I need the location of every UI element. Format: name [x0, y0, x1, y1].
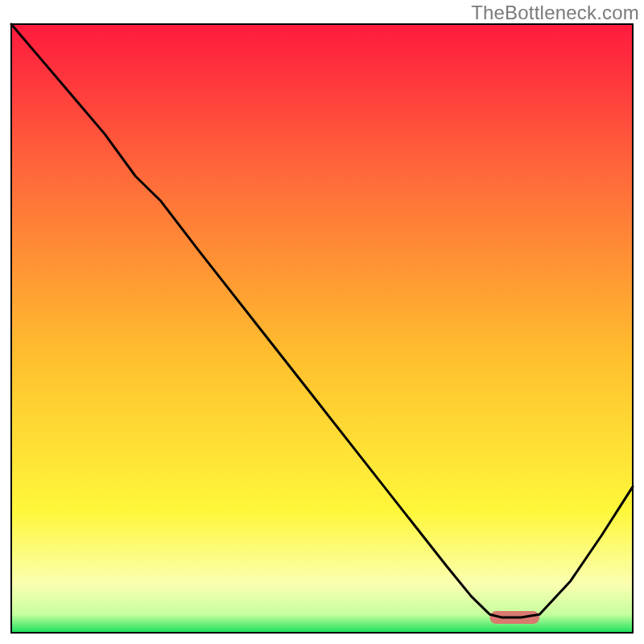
- chart-container: TheBottleneck.com: [0, 0, 644, 644]
- bottleneck-chart: [0, 0, 644, 644]
- plot-background: [11, 24, 633, 633]
- watermark-text: TheBottleneck.com: [471, 2, 639, 24]
